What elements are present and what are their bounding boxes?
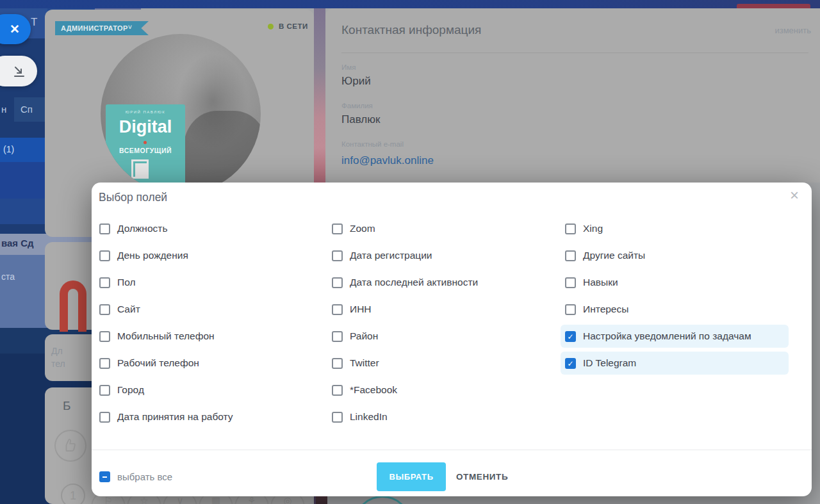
sidebar-view-kanban[interactable]: н: [1, 104, 6, 115]
field-checkbox-row[interactable]: Интересы: [565, 298, 798, 321]
checkbox-label: Настройка уведомлений по задачам: [583, 330, 751, 342]
book-dot: [144, 141, 147, 144]
checkbox-label: День рождения: [117, 250, 188, 261]
checkbox-unchecked[interactable]: [332, 304, 343, 315]
chevron-down-icon: ˅: [128, 24, 132, 31]
checkbox-checked[interactable]: ✓: [565, 358, 576, 369]
checkbox-unchecked[interactable]: [99, 277, 110, 288]
field-checkbox-row[interactable]: Навыки: [565, 271, 798, 294]
modal-close-icon[interactable]: ×: [790, 188, 799, 203]
field-checkbox-row[interactable]: Дата последней активности: [332, 271, 556, 294]
checkbox-unchecked[interactable]: [99, 304, 110, 315]
checkbox-unchecked[interactable]: [99, 412, 110, 423]
field-checkbox-row[interactable]: Город: [99, 378, 324, 402]
sidebar-view-list[interactable]: Сп: [20, 104, 33, 115]
checkbox-column-1: ДолжностьДень рожденияПолСайтМобильный т…: [99, 217, 324, 432]
checkbox-unchecked[interactable]: [99, 331, 110, 342]
checkbox-label: Xing: [583, 223, 603, 234]
checkbox-unchecked[interactable]: [99, 224, 110, 234]
top-bar: [0, 0, 820, 8]
online-status-label: В СЕТИ: [279, 22, 308, 30]
avatar-book: ЮРИЙ ПАВЛЮК Digital ВСЕМОГУЩИЙ: [106, 104, 185, 194]
checkbox-unchecked[interactable]: [332, 358, 343, 369]
field-checkbox-row[interactable]: Zoom: [332, 217, 556, 240]
book-title: Digital: [106, 117, 185, 137]
checkbox-label: Другие сайты: [583, 250, 645, 261]
checkbox-unchecked[interactable]: [565, 224, 576, 234]
book-qr-code: [131, 159, 149, 179]
select-all-label: выбрать все: [117, 471, 172, 482]
book-author: ЮРИЙ ПАВЛЮК: [106, 110, 185, 114]
checkbox-label: Сайт: [117, 304, 140, 315]
avatar[interactable]: ЮРИЙ ПАВЛЮК Digital ВСЕМОГУЩИЙ: [101, 34, 261, 194]
submit-button[interactable]: ВЫБРАТЬ: [377, 462, 446, 491]
field-checkbox-row[interactable]: Мобильный телефон: [99, 325, 324, 348]
field-checkbox-row[interactable]: Должность: [99, 217, 324, 240]
checkbox-unchecked[interactable]: [332, 412, 343, 423]
sidebar-tab-label-2[interactable]: Т: [31, 16, 37, 29]
field-checkbox-row[interactable]: ИНН: [332, 298, 556, 321]
field-checkbox-row[interactable]: Дата принятия на работу: [99, 405, 324, 428]
thumbs-up-icon[interactable]: [54, 430, 86, 462]
badge-number-circle[interactable]: 1: [61, 484, 85, 504]
badges-card-title: Б: [63, 399, 70, 413]
checkbox-label: ID Telegram: [583, 357, 636, 369]
divider: [92, 450, 812, 450]
checkbox-label: Мобильный телефон: [117, 330, 215, 342]
email-link[interactable]: info@pavluk.online: [341, 154, 434, 167]
select-all-row[interactable]: выбрать все: [99, 471, 172, 482]
collapse-arrow-icon: [12, 64, 27, 79]
sidebar-counter: (1): [3, 144, 14, 154]
minimize-slider-button[interactable]: [0, 56, 37, 86]
role-badge-label: АДМИНИСТРАТОР: [61, 24, 128, 32]
field-checkbox-row[interactable]: Сайт: [99, 298, 324, 321]
checkbox-label: Район: [350, 330, 378, 342]
field-checkbox-row[interactable]: Xing: [565, 217, 798, 240]
kanban-text-1: ста: [1, 272, 15, 282]
checkbox-label: Интересы: [583, 304, 628, 315]
divider: [341, 53, 808, 53]
checkbox-label: Пол: [117, 277, 135, 288]
avatar-shade: [184, 111, 261, 194]
checkbox-unchecked[interactable]: [332, 331, 343, 342]
field-checkbox-row[interactable]: LinkedIn: [332, 405, 556, 428]
close-slider-button[interactable]: ✕: [0, 14, 31, 44]
field-checkbox-row[interactable]: ✓ID Telegram: [561, 352, 789, 375]
select-all-checkbox[interactable]: [99, 471, 110, 482]
kanban-column-title: вая Сд: [1, 238, 34, 248]
checkbox-column-3: XingДругие сайтыНавыкиИнтересы✓Настройка…: [565, 217, 798, 378]
checkbox-label: *Facebook: [350, 384, 397, 396]
checkbox-label: Twitter: [350, 357, 379, 369]
field-checkbox-row[interactable]: День рождения: [99, 244, 324, 267]
field-checkbox-row[interactable]: Дата регистрации: [332, 244, 556, 267]
checkbox-unchecked[interactable]: [565, 277, 576, 288]
checkbox-unchecked[interactable]: [99, 385, 110, 396]
chart-circle: [354, 496, 411, 504]
checkbox-unchecked[interactable]: [332, 250, 343, 261]
field-checkbox-row[interactable]: Рабочий телефон: [99, 352, 324, 375]
field-checkbox-row[interactable]: ✓Настройка уведомлений по задачам: [561, 325, 789, 348]
checkbox-unchecked[interactable]: [332, 385, 343, 396]
field-label-email: Контактный e-mail: [341, 140, 404, 148]
checkbox-unchecked[interactable]: [99, 358, 110, 369]
field-checkbox-row[interactable]: *Facebook: [332, 378, 556, 402]
checkbox-label: Должность: [117, 223, 167, 234]
field-selection-modal: Выбор полей × ДолжностьДень рожденияПолС…: [92, 183, 812, 496]
screen: ки Т н Сп (1) + вая Сд ста но ✕: [0, 0, 820, 504]
field-checkbox-row[interactable]: Другие сайты: [565, 244, 798, 267]
cancel-button[interactable]: ОТМЕНИТЬ: [456, 462, 508, 491]
checkbox-unchecked[interactable]: [332, 224, 343, 234]
field-checkbox-row[interactable]: Twitter: [332, 352, 556, 375]
topbar-photo-fragment: [737, 4, 810, 8]
edit-link[interactable]: изменить: [775, 26, 811, 35]
checkbox-unchecked[interactable]: [565, 304, 576, 315]
checkbox-unchecked[interactable]: [565, 250, 576, 261]
checkbox-unchecked[interactable]: [99, 250, 110, 261]
checkbox-checked[interactable]: ✓: [565, 331, 576, 342]
book-subtitle: ВСЕМОГУЩИЙ: [106, 147, 185, 154]
checkbox-label: LinkedIn: [350, 411, 388, 423]
field-checkbox-row[interactable]: Район: [332, 325, 556, 348]
field-checkbox-row[interactable]: Пол: [99, 271, 324, 294]
role-badge[interactable]: АДМИНИСТРАТОР ˅: [55, 21, 149, 35]
checkbox-unchecked[interactable]: [332, 277, 343, 288]
